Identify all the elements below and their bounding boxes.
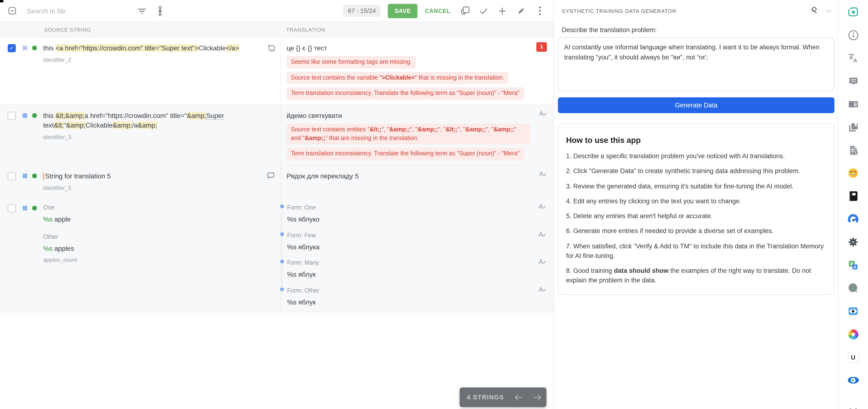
- string-row[interactable]: ✓ this <a href="https://crowdin.com" tit…: [0, 37, 554, 105]
- translation-text: йдемо святкувати: [287, 111, 547, 121]
- row-checkbox[interactable]: [8, 112, 16, 120]
- qa-warning: Term translation inconsistency. Translat…: [287, 148, 524, 160]
- collapse-panel-icon[interactable]: [847, 404, 859, 409]
- translation-cell[interactable]: це {} є {} тест 1 Seems like some format…: [281, 37, 554, 105]
- string-state-square: [23, 173, 27, 178]
- translated-status-dot: [32, 113, 37, 118]
- issues-count-badge[interactable]: 1: [536, 42, 547, 52]
- plural-form-label: Form: Few: [287, 231, 547, 239]
- plural-connector-line: [282, 204, 282, 295]
- howto-title: How to use this app: [566, 136, 826, 145]
- translated-status-dot: [32, 206, 37, 211]
- row-checkbox[interactable]: [8, 172, 16, 180]
- translation-text: Рядок для перекладу 5: [287, 171, 547, 181]
- autotranslate-check-icon[interactable]: A: [539, 258, 547, 265]
- file-info-icon[interactable]: [847, 144, 859, 156]
- more-options-icon[interactable]: [532, 4, 547, 18]
- string-identifier: apples_count: [43, 256, 261, 264]
- source-text: %s apple: [43, 214, 261, 225]
- translation-cell[interactable]: Form: One %s яблуко A Form: Few %s яблук…: [281, 198, 554, 312]
- search-input[interactable]: [26, 6, 126, 15]
- row-checkbox[interactable]: [8, 204, 16, 213]
- glossary-book-app-icon[interactable]: [847, 191, 859, 202]
- panel-collapse-chevron-icon[interactable]: [826, 9, 832, 13]
- app-panel-header: SYNTHETIC TRAINING DATA GENERATOR: [554, 0, 838, 22]
- string-row[interactable]: this &lt;&amp;a href="https://crowdin.co…: [0, 105, 554, 166]
- source-string-cell[interactable]: this &lt;&amp;a href="https://crowdin.co…: [43, 105, 261, 165]
- color-wheel-app-icon[interactable]: [847, 328, 859, 340]
- info-icon[interactable]: [847, 29, 859, 41]
- howto-step: 5. Delete any entries that aren't helpfu…: [566, 211, 826, 221]
- autotranslate-check-icon[interactable]: A: [539, 230, 547, 238]
- app-panel-title: SYNTHETIC TRAINING DATA GENERATOR: [562, 8, 677, 14]
- edit-pencil-icon[interactable]: [514, 4, 528, 18]
- string-row[interactable]: One %s apple Other %s apples apples_coun…: [0, 198, 554, 312]
- translate-app-icon[interactable]: [847, 259, 859, 271]
- source-string-cell[interactable]: this <a href="https://crowdin.com" title…: [43, 37, 261, 105]
- settings-gear-icon[interactable]: [847, 236, 859, 248]
- save-button[interactable]: SAVE: [388, 4, 417, 18]
- visual-review-app-icon[interactable]: [847, 375, 859, 386]
- prev-page-arrow-icon[interactable]: [514, 394, 523, 401]
- plural-translation[interactable]: Form: Few %s яблука A: [287, 231, 547, 252]
- ai-generator-app-icon[interactable]: [847, 6, 859, 18]
- problem-description-textarea[interactable]: AI constantly use informal language when…: [558, 37, 834, 91]
- filter-icon[interactable]: [135, 4, 149, 18]
- screenshot-icon[interactable]: [267, 43, 275, 52]
- display-settings-icon[interactable]: [153, 4, 167, 18]
- comments-icon[interactable]: [847, 75, 859, 87]
- copy-source-icon[interactable]: [458, 4, 472, 18]
- plural-translation[interactable]: Form: One %s яблуко A: [287, 204, 547, 225]
- howto-step: 7. When satisfied, click "Verify & Add t…: [566, 241, 826, 261]
- cancel-button[interactable]: CANCEL: [422, 4, 454, 18]
- plural-form-label: Other: [43, 232, 261, 241]
- comment-icon[interactable]: [267, 171, 275, 179]
- autotranslate-check-icon[interactable]: A: [539, 203, 547, 210]
- duplicates-icon[interactable]: [847, 121, 859, 133]
- row-gutter: [0, 105, 43, 165]
- pin-icon[interactable]: [810, 7, 818, 15]
- howto-step: 3. Review the generated data, ensuring i…: [566, 181, 826, 191]
- translation-text: %s яблука: [287, 242, 547, 252]
- autotranslate-check-icon[interactable]: A: [539, 285, 547, 293]
- source-column-header: SOURCE STRING: [44, 27, 91, 32]
- translation-cell[interactable]: Рядок для перекладу 5 A: [281, 165, 554, 197]
- plural-translation[interactable]: Form: Other %s яблук A: [287, 286, 547, 307]
- translation-text: %s яблук: [287, 297, 547, 307]
- howto-step: 1. Describe a specific translation probl…: [566, 151, 826, 162]
- qa-warning: Source text contains the variable ">Clic…: [287, 72, 508, 84]
- row-checkbox[interactable]: ✓: [8, 44, 16, 52]
- plural-form-label: Form: One: [287, 204, 547, 212]
- source-string-cell[interactable]: String for translation 5 identifier_5: [43, 165, 261, 197]
- translation-text: %s яблук: [287, 270, 547, 280]
- letter-u-app-icon[interactable]: U: [847, 351, 859, 363]
- autotranslate-check-icon[interactable]: A: [539, 109, 547, 117]
- gauge-app-icon[interactable]: [847, 213, 859, 225]
- approve-check-icon[interactable]: [476, 4, 491, 18]
- generate-data-button[interactable]: Generate Data: [558, 97, 834, 113]
- svg-text:A: A: [854, 58, 857, 63]
- machine-translation-icon[interactable]: A: [847, 52, 859, 64]
- next-page-arrow-icon[interactable]: [533, 394, 541, 401]
- plural-form-label: Form: Many: [287, 258, 547, 267]
- string-row[interactable]: String for translation 5 identifier_5 Ря…: [0, 165, 554, 198]
- source-text: String for translation 5: [43, 171, 261, 181]
- plural-marker: [280, 205, 284, 208]
- row-extras: [261, 105, 281, 165]
- howto-step: 8. Good training data should show the ex…: [566, 266, 826, 286]
- translation-cell[interactable]: йдемо святкувати A Source text contains …: [281, 105, 554, 165]
- text-caret: [43, 172, 44, 180]
- chat-translate-app-icon[interactable]: A: [847, 283, 859, 294]
- source-string-cell[interactable]: One %s apple Other %s apples apples_coun…: [43, 198, 261, 312]
- source-text: this <a href="https://crowdin.com" title…: [43, 43, 261, 53]
- add-string-icon[interactable]: [495, 4, 509, 18]
- plural-translation[interactable]: Form: Many %s яблук A: [287, 258, 547, 279]
- context-icon[interactable]: [847, 98, 859, 110]
- describe-problem-label: Describe the translation problem:: [562, 26, 831, 34]
- translated-status-dot: [32, 46, 37, 50]
- autotranslate-check-icon[interactable]: A: [539, 170, 547, 177]
- preview-eye-app-icon[interactable]: [847, 305, 859, 317]
- collapse-sidebar-icon[interactable]: [5, 4, 19, 18]
- emoji-app-icon[interactable]: [847, 167, 859, 179]
- row-gutter: [0, 165, 43, 197]
